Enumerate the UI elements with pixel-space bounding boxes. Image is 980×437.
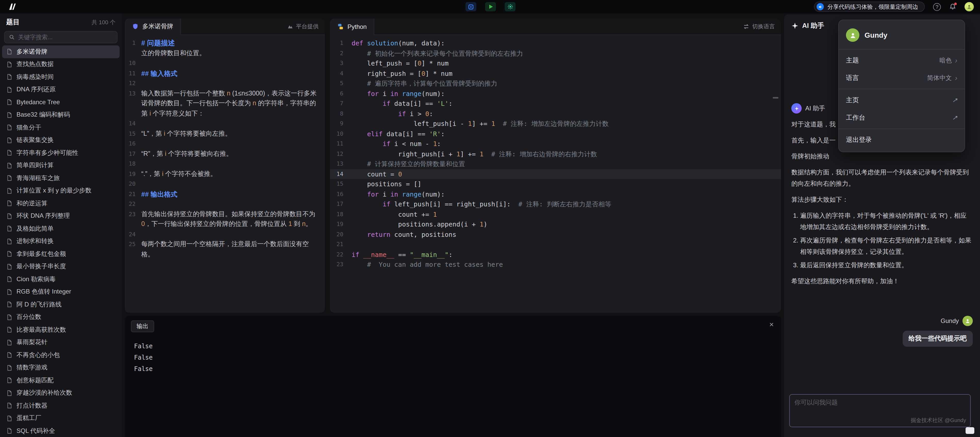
problem-list-item[interactable]: SQL 代码补全 bbox=[2, 424, 119, 437]
problem-list-item[interactable]: 暴雨梨花针 bbox=[2, 336, 119, 349]
problem-list-item[interactable]: 查找热点数据 bbox=[2, 58, 119, 71]
scrollbar-thumb[interactable] bbox=[773, 97, 778, 99]
menu-item-home[interactable]: 主页 bbox=[839, 91, 964, 109]
problem-line: 14 bbox=[125, 119, 325, 129]
sidebar-title: 题目 bbox=[6, 18, 19, 27]
ai-input-box[interactable]: 掘金技术社区 @Gundy bbox=[789, 394, 971, 427]
line-text: right_push[i + 1] += 1 # 注释: 增加右边骨牌的右推力计… bbox=[352, 149, 781, 159]
problem-list-item[interactable]: 阿 D 的飞行路线 bbox=[2, 298, 119, 311]
line-number: 15 bbox=[330, 179, 352, 189]
output-panel: 输出 × FalseFalseFalse bbox=[125, 316, 781, 437]
problem-list-item[interactable]: 蛋糕工厂 bbox=[2, 412, 119, 424]
problem-panel: 多米诺骨牌 平台提供 1# 问题描述立的骨牌数目和位置。1011## 输入格式1… bbox=[125, 19, 325, 313]
search-input[interactable] bbox=[18, 34, 113, 40]
line-number: 13 bbox=[125, 88, 141, 119]
file-icon bbox=[6, 264, 13, 270]
problem-list-item[interactable]: 计算位置 x 到 y 的最少步数 bbox=[2, 185, 119, 197]
code-line: 21 bbox=[330, 239, 781, 249]
debug-button[interactable] bbox=[466, 2, 476, 11]
code-editor[interactable]: 1def solution(num, data):2 # 初始化一个列表来记录每… bbox=[330, 36, 781, 313]
problem-list-item[interactable]: Bytedance Tree bbox=[2, 96, 119, 108]
problem-list-item[interactable]: 百分位数 bbox=[2, 311, 119, 324]
problem-list-item[interactable]: 及格如此简单 bbox=[2, 222, 119, 235]
line-text: # 遍历字符串，计算每个位置骨牌受到的推力 bbox=[352, 78, 781, 88]
menu-item-workspace[interactable]: 工作台 bbox=[839, 109, 964, 126]
problem-list-item[interactable]: 猜数字游戏 bbox=[2, 361, 119, 374]
problem-list-item[interactable]: 字符串有多少种可能性 bbox=[2, 147, 119, 159]
problem-list: 多米诺骨牌查找热点数据病毒感染时间DNA 序列还原Bytedance TreeB… bbox=[0, 45, 122, 437]
sparkle-icon bbox=[791, 22, 799, 29]
problem-title: 打点计数器 bbox=[16, 401, 48, 410]
line-number: 1 bbox=[125, 38, 141, 48]
file-icon bbox=[6, 403, 13, 409]
problem-list-item[interactable]: RGB 色值转 Integer bbox=[2, 285, 119, 298]
code-line: 2 # 初始化一个列表来记录每个位置骨牌受到的左右推力 bbox=[330, 48, 781, 58]
line-number: 19 bbox=[125, 169, 141, 179]
problem-list-item[interactable]: 拿到最多红包金额 bbox=[2, 248, 119, 260]
line-number: 17 bbox=[125, 149, 141, 159]
tab-problem[interactable]: 多米诺骨牌 bbox=[125, 19, 181, 35]
line-text: for i in range(num): bbox=[352, 88, 781, 99]
line-number: 18 bbox=[125, 159, 141, 169]
app: 分享代码练习体验，领限量定制周边 ? 题目 共 100 个 多米诺骨牌查找热点数… bbox=[0, 0, 980, 437]
problem-list-item[interactable]: 打点计数器 bbox=[2, 399, 119, 412]
problem-list-item[interactable]: 不再贪心的小包 bbox=[2, 349, 119, 361]
search-box[interactable] bbox=[4, 31, 118, 43]
file-icon bbox=[6, 289, 13, 295]
problem-line: 20 bbox=[125, 179, 325, 189]
settings-button[interactable] bbox=[505, 2, 515, 11]
problem-list-item[interactable]: 病毒感染时间 bbox=[2, 71, 119, 83]
problem-line: 23首先输出保持竖立的骨牌数目。如果保持竖立的骨牌数目不为 0，下一行输出保持竖… bbox=[125, 209, 325, 229]
problem-list-item[interactable]: 链表聚集交换 bbox=[2, 134, 119, 147]
code-line: 3 left_push = [0] * num bbox=[330, 58, 781, 69]
problem-list-item[interactable]: 青海湖租车之旅 bbox=[2, 172, 119, 185]
problem-content[interactable]: 1# 问题描述立的骨牌数目和位置。1011## 输入格式1213输入数据第一行包… bbox=[125, 36, 325, 313]
problem-list-item[interactable]: 简单四则计算 bbox=[2, 159, 119, 172]
user-message-bubble[interactable]: 给我一些代码提示吧 bbox=[902, 331, 973, 347]
output-tab[interactable]: 输出 bbox=[131, 321, 154, 332]
problem-list-item[interactable]: DNA 序列还原 bbox=[2, 83, 119, 96]
problem-list-item[interactable]: 多米诺骨牌 bbox=[2, 45, 119, 58]
line-text: # 问题描述 bbox=[141, 38, 325, 48]
problem-list-item[interactable]: 猫鱼分干 bbox=[2, 121, 119, 134]
line-number: 23 bbox=[330, 260, 352, 270]
line-text bbox=[352, 239, 781, 249]
line-text: for i in range(num): bbox=[352, 189, 781, 199]
help-icon[interactable]: ? bbox=[933, 3, 941, 11]
problem-title: 最小替换子串长度 bbox=[16, 262, 66, 271]
switch-language-button[interactable]: 切换语言 bbox=[743, 23, 781, 30]
file-icon bbox=[6, 226, 13, 232]
notifications-icon[interactable] bbox=[949, 3, 956, 10]
line-text: 每两个数之间用一个空格隔开，注意最后一个数后面没有空格。 bbox=[141, 239, 325, 260]
promo-banner[interactable]: 分享代码练习体验，领限量定制周边 bbox=[814, 2, 925, 12]
code-line: 16 for i in range(num): bbox=[330, 189, 781, 199]
problem-title: 百分位数 bbox=[16, 313, 41, 322]
app-logo-icon[interactable] bbox=[7, 2, 19, 11]
menu-item-theme[interactable]: 主题 暗色 bbox=[839, 52, 964, 69]
run-button[interactable] bbox=[485, 2, 496, 11]
problem-list-item[interactable]: 环状 DNA 序列整理 bbox=[2, 210, 119, 222]
menu-item-logout[interactable]: 退出登录 bbox=[839, 131, 964, 148]
problem-list-item[interactable]: 创意标题匹配 bbox=[2, 374, 119, 387]
problem-list-item[interactable]: Cion 勒索病毒 bbox=[2, 273, 119, 285]
tab-language-python[interactable]: Python bbox=[330, 19, 374, 35]
close-output-icon[interactable]: × bbox=[769, 321, 774, 328]
problem-list-item[interactable]: 进制求和转换 bbox=[2, 235, 119, 248]
user-avatar[interactable] bbox=[964, 2, 974, 11]
menu-item-language[interactable]: 语言 简体中文 bbox=[839, 69, 964, 87]
ai-question-input[interactable] bbox=[790, 395, 970, 427]
menu-workspace-label: 工作台 bbox=[846, 113, 865, 122]
problem-list-item[interactable]: 穿越沙漠的补给次数 bbox=[2, 387, 119, 399]
line-number: 10 bbox=[125, 58, 141, 69]
problem-list-item[interactable]: 比赛最高获胜次数 bbox=[2, 324, 119, 336]
output-line: False bbox=[134, 363, 153, 375]
problem-line: 17“R”，第 i 个字符将要被向右推。 bbox=[125, 149, 325, 159]
problem-title: 及格如此简单 bbox=[16, 225, 54, 233]
problem-title: 穿越沙漠的补给次数 bbox=[16, 389, 72, 397]
problem-list-item[interactable]: Base32 编码和解码 bbox=[2, 108, 119, 121]
platform-icon bbox=[287, 24, 293, 30]
problem-list-item[interactable]: 和的逆运算 bbox=[2, 197, 119, 210]
python-icon bbox=[337, 23, 344, 30]
sidebar-header: 题目 共 100 个 bbox=[0, 13, 122, 30]
problem-list-item[interactable]: 最小替换子串长度 bbox=[2, 260, 119, 273]
